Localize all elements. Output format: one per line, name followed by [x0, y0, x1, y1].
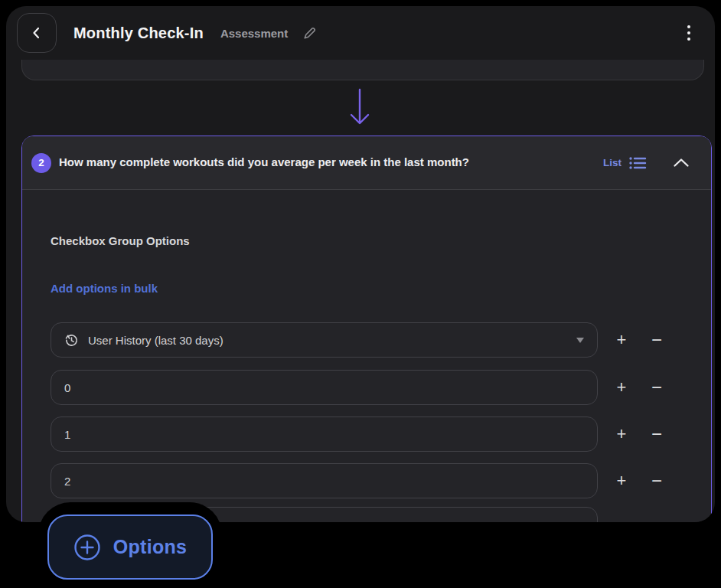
option-row: 1 + − — [51, 416, 670, 452]
options-button-label: Options — [113, 536, 188, 558]
remove-option-button[interactable]: − — [644, 370, 670, 405]
chevron-up-icon — [673, 158, 690, 168]
option-row-source: User History (last 30 days) + − — [51, 322, 670, 358]
plus-circle-icon — [73, 534, 101, 561]
question-type-selector[interactable]: List — [603, 155, 647, 171]
option-value-input[interactable]: 1 — [51, 416, 598, 452]
page-title: Monthly Check-In — [73, 24, 204, 42]
app-header: Monthly Check-In Assessment — [6, 6, 715, 60]
options-button[interactable]: Options — [47, 514, 213, 580]
options-section-label: Checkbox Group Options — [51, 234, 190, 247]
app-window: Monthly Check-In Assessment 2 How many c… — [6, 6, 715, 522]
collapse-card-button[interactable] — [670, 155, 693, 171]
question-card: 2 How many complete workouts did you ave… — [21, 136, 712, 522]
option-row: 2 + − — [51, 463, 670, 498]
option-source-dropdown[interactable]: User History (last 30 days) — [51, 322, 598, 358]
back-button[interactable] — [17, 13, 57, 53]
remove-option-button[interactable]: − — [644, 322, 670, 358]
option-source-value: User History (last 30 days) — [88, 334, 223, 347]
caret-down-icon — [576, 338, 584, 343]
edit-title-button[interactable] — [300, 24, 319, 43]
pencil-icon — [302, 25, 318, 41]
add-options-in-bulk-link[interactable]: Add options in bulk — [51, 282, 158, 295]
question-card-header: 2 How many complete workouts did you ave… — [22, 136, 711, 190]
option-value-input[interactable]: 2 — [51, 463, 598, 498]
option-row: 0 + − — [51, 370, 670, 405]
flow-arrow-down-icon — [348, 87, 371, 130]
previous-question-card-edge — [21, 60, 704, 80]
add-option-button[interactable]: + — [608, 463, 635, 498]
option-value-input[interactable]: 0 — [51, 370, 598, 405]
more-menu-button[interactable] — [683, 21, 695, 45]
history-icon — [64, 333, 79, 348]
add-option-button[interactable]: + — [608, 370, 635, 405]
remove-option-button[interactable]: − — [644, 463, 670, 498]
question-text: How many complete workouts did you avera… — [59, 155, 603, 170]
question-number-badge: 2 — [31, 153, 51, 173]
chevron-left-icon — [29, 25, 44, 41]
remove-option-button[interactable]: − — [644, 416, 670, 452]
add-option-button[interactable]: + — [608, 322, 635, 358]
list-icon — [628, 155, 647, 171]
page-subtitle: Assessment — [220, 27, 288, 40]
question-type-label: List — [603, 157, 621, 168]
add-option-button[interactable]: + — [608, 416, 635, 452]
kebab-menu-icon — [687, 25, 690, 41]
